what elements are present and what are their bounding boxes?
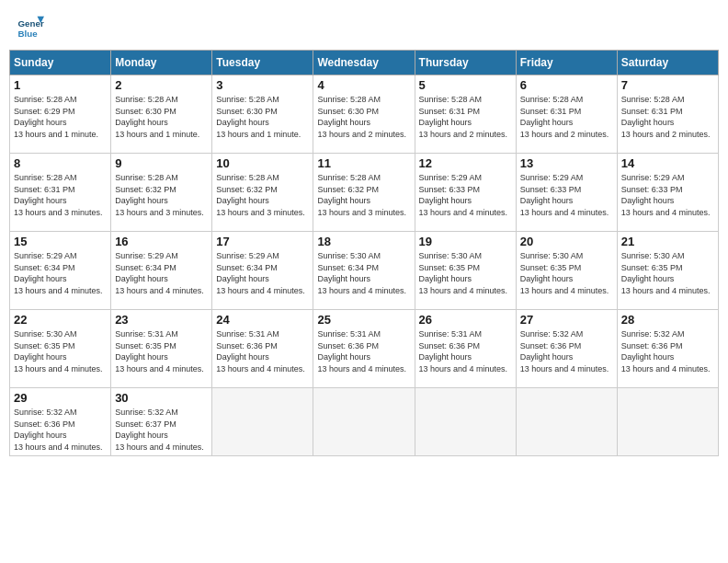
weekday-header-wednesday: Wednesday	[313, 51, 415, 75]
day-detail: Sunrise: 5:28 AMSunset: 6:32 PMDaylight …	[216, 172, 309, 218]
calendar-cell: 8Sunrise: 5:28 AMSunset: 6:31 PMDaylight…	[10, 154, 111, 232]
calendar-cell: 22Sunrise: 5:30 AMSunset: 6:35 PMDayligh…	[10, 310, 111, 388]
day-number: 24	[216, 313, 309, 327]
calendar-cell: 14Sunrise: 5:29 AMSunset: 6:33 PMDayligh…	[617, 154, 718, 232]
weekday-header-thursday: Thursday	[415, 51, 516, 75]
calendar-cell: 20Sunrise: 5:30 AMSunset: 6:35 PMDayligh…	[516, 232, 617, 310]
calendar-cell: 25Sunrise: 5:31 AMSunset: 6:36 PMDayligh…	[313, 310, 415, 388]
day-detail: Sunrise: 5:29 AMSunset: 6:34 PMDaylight …	[115, 250, 208, 296]
weekday-header: SundayMondayTuesdayWednesdayThursdayFrid…	[10, 51, 719, 75]
day-number: 19	[419, 235, 512, 248]
calendar-cell: 23Sunrise: 5:31 AMSunset: 6:35 PMDayligh…	[111, 310, 212, 388]
day-number: 23	[115, 313, 208, 327]
day-detail: Sunrise: 5:32 AMSunset: 6:37 PMDaylight …	[115, 407, 208, 453]
day-number: 7	[621, 78, 714, 92]
day-number: 28	[621, 313, 714, 327]
calendar-cell: 7Sunrise: 5:28 AMSunset: 6:31 PMDaylight…	[617, 75, 718, 154]
day-detail: Sunrise: 5:28 AMSunset: 6:32 PMDaylight …	[115, 172, 208, 218]
day-number: 13	[520, 156, 613, 170]
day-detail: Sunrise: 5:28 AMSunset: 6:29 PMDaylight …	[14, 94, 107, 140]
day-detail: Sunrise: 5:29 AMSunset: 6:33 PMDaylight …	[621, 172, 714, 218]
day-number: 3	[216, 78, 309, 92]
day-number: 4	[317, 78, 410, 92]
day-number: 21	[621, 235, 714, 248]
calendar-cell: 30Sunrise: 5:32 AMSunset: 6:37 PMDayligh…	[111, 388, 212, 456]
calendar-week-1: 1Sunrise: 5:28 AMSunset: 6:29 PMDaylight…	[10, 75, 719, 154]
calendar-cell: 19Sunrise: 5:30 AMSunset: 6:35 PMDayligh…	[415, 232, 516, 310]
logo-icon: General Blue	[17, 13, 44, 40]
day-number: 5	[419, 78, 512, 92]
day-detail: Sunrise: 5:30 AMSunset: 6:35 PMDaylight …	[419, 250, 512, 296]
calendar-cell: 16Sunrise: 5:29 AMSunset: 6:34 PMDayligh…	[111, 232, 212, 310]
day-number: 8	[14, 156, 107, 170]
day-number: 11	[317, 156, 410, 170]
calendar-cell: 9Sunrise: 5:28 AMSunset: 6:32 PMDaylight…	[111, 154, 212, 232]
day-detail: Sunrise: 5:29 AMSunset: 6:34 PMDaylight …	[216, 250, 309, 296]
calendar-cell: 5Sunrise: 5:28 AMSunset: 6:31 PMDaylight…	[415, 75, 516, 154]
calendar-cell: 2Sunrise: 5:28 AMSunset: 6:30 PMDaylight…	[111, 75, 212, 154]
day-detail: Sunrise: 5:29 AMSunset: 6:33 PMDaylight …	[520, 172, 613, 218]
calendar-cell	[415, 388, 516, 456]
svg-text:Blue: Blue	[18, 29, 39, 39]
day-number: 12	[419, 156, 512, 170]
day-detail: Sunrise: 5:32 AMSunset: 6:36 PMDaylight …	[621, 328, 714, 374]
day-number: 9	[115, 156, 208, 170]
day-number: 22	[14, 313, 107, 327]
day-detail: Sunrise: 5:32 AMSunset: 6:36 PMDaylight …	[520, 328, 613, 374]
calendar-week-5: 29Sunrise: 5:32 AMSunset: 6:36 PMDayligh…	[10, 388, 719, 456]
weekday-header-friday: Friday	[516, 51, 617, 75]
day-detail: Sunrise: 5:28 AMSunset: 6:31 PMDaylight …	[621, 94, 714, 140]
calendar-cell: 3Sunrise: 5:28 AMSunset: 6:30 PMDaylight…	[212, 75, 313, 154]
day-number: 1	[14, 78, 107, 92]
day-number: 20	[520, 235, 613, 248]
day-number: 15	[14, 235, 107, 248]
calendar-cell: 18Sunrise: 5:30 AMSunset: 6:34 PMDayligh…	[313, 232, 415, 310]
calendar-cell: 29Sunrise: 5:32 AMSunset: 6:36 PMDayligh…	[10, 388, 111, 456]
day-detail: Sunrise: 5:28 AMSunset: 6:31 PMDaylight …	[419, 94, 512, 140]
weekday-header-saturday: Saturday	[617, 51, 718, 75]
day-number: 18	[317, 235, 410, 248]
day-detail: Sunrise: 5:30 AMSunset: 6:34 PMDaylight …	[317, 250, 410, 296]
calendar-cell: 26Sunrise: 5:31 AMSunset: 6:36 PMDayligh…	[415, 310, 516, 388]
calendar-cell: 24Sunrise: 5:31 AMSunset: 6:36 PMDayligh…	[212, 310, 313, 388]
calendar-cell: 11Sunrise: 5:28 AMSunset: 6:32 PMDayligh…	[313, 154, 415, 232]
day-number: 10	[216, 156, 309, 170]
calendar-cell: 6Sunrise: 5:28 AMSunset: 6:31 PMDaylight…	[516, 75, 617, 154]
day-number: 25	[317, 313, 410, 327]
calendar-cell: 15Sunrise: 5:29 AMSunset: 6:34 PMDayligh…	[10, 232, 111, 310]
day-number: 6	[520, 78, 613, 92]
day-detail: Sunrise: 5:31 AMSunset: 6:35 PMDaylight …	[115, 328, 208, 374]
weekday-header-tuesday: Tuesday	[212, 51, 313, 75]
day-number: 27	[520, 313, 613, 327]
day-detail: Sunrise: 5:32 AMSunset: 6:36 PMDaylight …	[14, 407, 107, 453]
calendar-cell: 1Sunrise: 5:28 AMSunset: 6:29 PMDaylight…	[10, 75, 111, 154]
day-number: 30	[115, 391, 208, 405]
calendar-cell	[516, 388, 617, 456]
calendar-week-2: 8Sunrise: 5:28 AMSunset: 6:31 PMDaylight…	[10, 154, 719, 232]
day-detail: Sunrise: 5:28 AMSunset: 6:30 PMDaylight …	[115, 94, 208, 140]
day-detail: Sunrise: 5:31 AMSunset: 6:36 PMDaylight …	[317, 328, 410, 374]
day-detail: Sunrise: 5:31 AMSunset: 6:36 PMDaylight …	[216, 328, 309, 374]
day-number: 2	[115, 78, 208, 92]
day-detail: Sunrise: 5:28 AMSunset: 6:30 PMDaylight …	[216, 94, 309, 140]
day-detail: Sunrise: 5:28 AMSunset: 6:30 PMDaylight …	[317, 94, 410, 140]
day-detail: Sunrise: 5:28 AMSunset: 6:32 PMDaylight …	[317, 172, 410, 218]
calendar-cell: 21Sunrise: 5:30 AMSunset: 6:35 PMDayligh…	[617, 232, 718, 310]
day-detail: Sunrise: 5:29 AMSunset: 6:34 PMDaylight …	[14, 250, 107, 296]
day-number: 14	[621, 156, 714, 170]
day-detail: Sunrise: 5:30 AMSunset: 6:35 PMDaylight …	[520, 250, 613, 296]
calendar-week-4: 22Sunrise: 5:30 AMSunset: 6:35 PMDayligh…	[10, 310, 719, 388]
calendar-cell: 4Sunrise: 5:28 AMSunset: 6:30 PMDaylight…	[313, 75, 415, 154]
calendar-table: SundayMondayTuesdayWednesdayThursdayFrid…	[9, 50, 719, 456]
day-detail: Sunrise: 5:28 AMSunset: 6:31 PMDaylight …	[520, 94, 613, 140]
day-number: 16	[115, 235, 208, 248]
calendar-body: 1Sunrise: 5:28 AMSunset: 6:29 PMDaylight…	[10, 75, 719, 456]
day-detail: Sunrise: 5:30 AMSunset: 6:35 PMDaylight …	[14, 328, 107, 374]
calendar-cell: 28Sunrise: 5:32 AMSunset: 6:36 PMDayligh…	[617, 310, 718, 388]
weekday-header-monday: Monday	[111, 51, 212, 75]
day-detail: Sunrise: 5:28 AMSunset: 6:31 PMDaylight …	[14, 172, 107, 218]
logo: General Blue	[17, 13, 48, 40]
calendar-cell	[617, 388, 718, 456]
calendar-cell: 13Sunrise: 5:29 AMSunset: 6:33 PMDayligh…	[516, 154, 617, 232]
header: General Blue	[9, 9, 719, 44]
